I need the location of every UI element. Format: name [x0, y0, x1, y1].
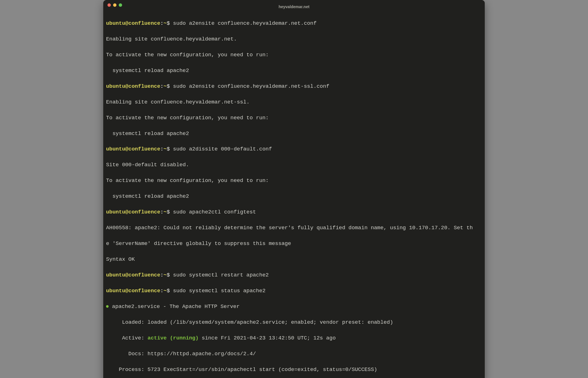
window-title: heyvaldemar.net [103, 4, 485, 10]
prompt-path: ~ [163, 146, 167, 152]
command-text [170, 209, 173, 215]
output-line: Process: 5723 ExecStart=/usr/sbin/apache… [106, 366, 482, 374]
prompt-user: ubuntu@confluence [106, 83, 160, 89]
prompt-path: ~ [163, 288, 167, 294]
output-line: Site 000-default disabled. [106, 161, 482, 169]
command-text [170, 288, 173, 294]
prompt-dollar: $ [167, 288, 170, 294]
prompt-line: ubuntu@confluence:~$ sudo a2dissite 000-… [106, 145, 482, 153]
prompt-path: ~ [163, 83, 167, 89]
output-line: systemctl reload apache2 [106, 193, 482, 201]
titlebar: heyvaldemar.net [103, 0, 485, 10]
output-line: To activate the new configuration, you n… [106, 114, 482, 122]
terminal-window: heyvaldemar.net ubuntu@confluence:~$ sud… [103, 0, 485, 378]
command-text: sudo a2dissite 000-default.conf [173, 146, 272, 152]
prompt-line: ubuntu@confluence:~$ sudo a2ensite confl… [106, 83, 482, 91]
output-line: To activate the new configuration, you n… [106, 177, 482, 185]
output-line: systemctl reload apache2 [106, 67, 482, 75]
prompt-separator: : [160, 83, 163, 89]
command-text [170, 146, 173, 152]
output-line: systemctl reload apache2 [106, 130, 482, 138]
service-header: apache2.service - The Apache HTTP Server [106, 303, 482, 311]
prompt-line: ubuntu@confluence:~$ sudo systemctl stat… [106, 287, 482, 295]
command-text: sudo systemctl restart apache2 [173, 272, 269, 278]
command-text [170, 20, 173, 26]
output-line: Active: active (running) since Fri 2021-… [106, 334, 482, 342]
prompt-dollar: $ [167, 146, 170, 152]
output-line: e 'ServerName' directive globally to sup… [106, 240, 482, 248]
output-line: Docs: https://httpd.apache.org/docs/2.4/ [106, 350, 482, 358]
prompt-path: ~ [163, 20, 167, 26]
output-line: Syntax OK [106, 256, 482, 264]
status-dot-icon [106, 305, 109, 308]
output-line: AH00558: apache2: Could not reliably det… [106, 224, 482, 232]
prompt-separator: : [160, 288, 163, 294]
prompt-dollar: $ [167, 20, 170, 26]
active-status: active (running) [147, 335, 198, 341]
prompt-dollar: $ [167, 272, 170, 278]
command-text: sudo a2ensite confluence.heyvaldemar.net… [173, 83, 329, 89]
prompt-user: ubuntu@confluence [106, 146, 160, 152]
terminal-viewport[interactable]: ubuntu@confluence:~$ sudo a2ensite confl… [103, 10, 485, 378]
command-text [170, 272, 173, 278]
prompt-line: ubuntu@confluence:~$ sudo systemctl rest… [106, 271, 482, 279]
prompt-line: ubuntu@confluence:~$ sudo a2ensite confl… [106, 20, 482, 28]
prompt-line: ubuntu@confluence:~$ sudo apache2ctl con… [106, 208, 482, 216]
output-line: Loaded: loaded (/lib/systemd/system/apac… [106, 319, 482, 327]
prompt-path: ~ [163, 209, 167, 215]
command-text: sudo apache2ctl configtest [173, 209, 256, 215]
prompt-user: ubuntu@confluence [106, 209, 160, 215]
prompt-user: ubuntu@confluence [106, 272, 160, 278]
output-line: Enabling site confluence.heyvaldemar.net… [106, 35, 482, 43]
prompt-dollar: $ [167, 83, 170, 89]
command-text: sudo systemctl status apache2 [173, 288, 266, 294]
prompt-user: ubuntu@confluence [106, 288, 160, 294]
prompt-separator: : [160, 209, 163, 215]
prompt-separator: : [160, 20, 163, 26]
active-tail: since Fri 2021-04-23 13:42:50 UTC; 12s a… [199, 335, 336, 341]
prompt-separator: : [160, 146, 163, 152]
command-text: sudo a2ensite confluence.heyvaldemar.net… [173, 20, 317, 26]
output-line: To activate the new configuration, you n… [106, 51, 482, 59]
prompt-dollar: $ [167, 209, 170, 215]
prompt-path: ~ [163, 272, 167, 278]
active-label: Active: [106, 335, 147, 341]
service-title: apache2.service - The Apache HTTP Server [109, 303, 240, 310]
prompt-separator: : [160, 272, 163, 278]
prompt-user: ubuntu@confluence [106, 20, 160, 26]
command-text [170, 83, 173, 89]
output-line: Enabling site confluence.heyvaldemar.net… [106, 98, 482, 106]
